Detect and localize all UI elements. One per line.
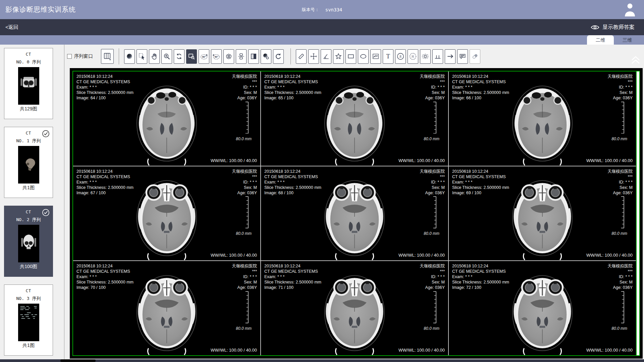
zoom-region-button[interactable] <box>186 49 197 64</box>
series-card-1[interactable]: CT NO. 1 序列 共1图 <box>4 127 53 198</box>
ct-image-panel-1[interactable]: 20150618 10:12:24 CT GE MEDICAL SYSTEMS … <box>261 71 448 166</box>
ct-image-panel-4[interactable]: 20150618 10:12:24 CT GE MEDICAL SYSTEMS … <box>261 166 448 261</box>
ct-image-panel-3[interactable]: 20150618 10:12:24 CT GE MEDICAL SYSTEMS … <box>73 166 260 261</box>
tab-2d[interactable]: 二维 <box>587 35 614 45</box>
layout-button[interactable] <box>101 49 114 64</box>
scale-ruler <box>620 102 625 134</box>
series-modality: CT <box>4 52 53 57</box>
zoom-in-button[interactable] <box>161 49 172 64</box>
scale-label: 80.0 mm <box>236 231 252 236</box>
pan-button[interactable] <box>149 49 160 64</box>
series-image-count: 共1图 <box>4 185 53 191</box>
text-button[interactable]: T <box>383 49 393 64</box>
scale-label: 80.0 mm <box>424 137 439 141</box>
ct-image-panel-2[interactable]: 20150618 10:12:24 CT GE MEDICAL SYSTEMS … <box>449 71 636 166</box>
series-card-2[interactable]: CT NO. 2 序列 共100图 <box>4 206 53 277</box>
overlay-age: Age: 036Y <box>420 190 445 196</box>
eraser-button[interactable] <box>470 49 480 64</box>
overlay-hospital: 天堰模拟医院 <box>420 263 445 269</box>
bottom-bar <box>0 359 644 362</box>
cross-ruler-button[interactable] <box>308 49 319 64</box>
overlay-patient-info: 天堰模拟医院 *** ID: * * * Sex: M Age: 036Y <box>420 263 445 290</box>
overlay-sex: Sex: M <box>420 90 445 95</box>
ruler-button[interactable] <box>296 49 307 64</box>
toolbar: 序列窗口 90°90°T主次 <box>64 45 644 68</box>
reset-button[interactable] <box>273 49 284 64</box>
overlay-id: ID: * * * <box>420 179 445 185</box>
series-window-option: 序列窗口 <box>67 53 93 59</box>
overlay-device: CT GE MEDICAL SYSTEMS <box>452 79 509 85</box>
horizontal-scrollbar-thumb[interactable] <box>60 359 96 362</box>
arrow-icon <box>446 52 454 60</box>
series-card-0[interactable]: CT NO. 0 序列 共129图 <box>4 48 53 119</box>
rotate-left-90-button[interactable]: 90° <box>199 49 209 64</box>
pseudo-color-button[interactable] <box>261 49 271 64</box>
collapse-toolbar-icon[interactable] <box>631 55 641 66</box>
overlay-datetime: 20150618 10:12:24 <box>264 74 321 79</box>
overlay-slice-thickness: Slice Thickness: 2.500000 mm <box>76 185 133 190</box>
ct-image-panel-8[interactable]: 20150618 10:12:24 CT GE MEDICAL SYSTEMS … <box>449 261 636 355</box>
series-title: NO. 1 序列 <box>4 138 53 144</box>
ct-image-panel-7[interactable]: 20150618 10:12:24 CT GE MEDICAL SYSTEMS … <box>261 261 448 355</box>
curve-button[interactable] <box>370 49 381 64</box>
select-button[interactable] <box>137 49 147 64</box>
rectangle-button[interactable] <box>345 49 356 64</box>
series-title: NO. 2 序列 <box>4 217 53 223</box>
series-card-3[interactable]: CT NO. 3 序列 共1图 <box>4 285 53 356</box>
ct-image-panel-6[interactable]: 20150618 10:12:24 CT GE MEDICAL SYSTEMS … <box>73 261 260 355</box>
svg-text:90°: 90° <box>214 55 218 58</box>
ellipse-button[interactable] <box>358 49 369 64</box>
polygon-button[interactable] <box>333 49 344 64</box>
tab-3d[interactable]: 三维 <box>614 35 641 45</box>
ct-image-panel-5[interactable]: 20150618 10:12:24 CT GE MEDICAL SYSTEMS … <box>449 166 636 261</box>
version-label: 版本号： <box>302 7 319 13</box>
overlay-study-info: 20150618 10:12:24 CT GE MEDICAL SYSTEMS … <box>452 74 509 101</box>
comment-button[interactable] <box>457 49 468 64</box>
angle-button[interactable] <box>321 49 331 64</box>
cross-ruler-icon <box>310 52 317 60</box>
flip-horizontal-button[interactable] <box>223 49 234 64</box>
cine-button[interactable] <box>174 49 184 64</box>
vertical-scrollbar[interactable] <box>636 71 639 355</box>
show-teacher-answer-button[interactable]: 显示教师答案 <box>591 24 635 31</box>
overlay-id: ID: * * * <box>607 179 633 185</box>
polygon-icon <box>335 52 342 60</box>
overlay-exam: Exam: * * * <box>76 85 133 90</box>
window-level-readout: WW/WL: 100.00 / 40.00 <box>398 253 445 258</box>
overlay-datetime: 20150618 10:12:24 <box>264 169 321 174</box>
back-button[interactable]: <返回 <box>5 24 18 31</box>
overlay-study-info: 20150618 10:12:24 CT GE MEDICAL SYSTEMS … <box>76 263 133 290</box>
select-icon <box>138 52 146 60</box>
toolbar-button-groups: 90°90°T主次 <box>114 48 482 64</box>
rotate-right-90-button[interactable]: 90° <box>211 49 222 64</box>
overlay-study-info: 20150618 10:12:24 CT GE MEDICAL SYSTEMS … <box>452 169 509 196</box>
overlay-patient-info: 天堰模拟医院 *** ID: * * * Sex: M Age: 036Y <box>420 74 445 101</box>
overlay-slice-thickness: Slice Thickness: 2.500000 mm <box>76 279 133 285</box>
overlay-device: CT GE MEDICAL SYSTEMS <box>452 174 509 179</box>
comment-icon <box>459 52 466 60</box>
calibration-button[interactable] <box>432 49 443 64</box>
cine-icon <box>175 52 183 60</box>
arrow-button[interactable] <box>445 49 455 64</box>
main-label-button[interactable]: 主 <box>395 49 406 64</box>
main-area: CT NO. 0 序列 共129图 CT NO. 1 序列 共1图 CT NO.… <box>0 45 644 359</box>
ct-image-panel-0[interactable]: 20150618 10:12:24 CT GE MEDICAL SYSTEMS … <box>73 71 260 166</box>
invert-button[interactable] <box>248 49 259 64</box>
flip-vertical-button[interactable] <box>236 49 247 64</box>
viewer-container: 20150618 10:12:24 CT GE MEDICAL SYSTEMS … <box>70 68 643 359</box>
window-level-readout: WW/WL: 100.00 / 40.00 <box>211 348 257 353</box>
overlay-patient-info: 天堰模拟医院 *** ID: * * * Sex: M Age: 036Y <box>607 169 633 196</box>
secondary-label-button[interactable]: 次 <box>408 49 418 64</box>
nav-bar: <返回 显示教师答案 <box>0 19 644 35</box>
series-window-checkbox[interactable] <box>67 54 72 59</box>
user-icon[interactable] <box>624 3 636 16</box>
overlay-hospital: 天堰模拟医院 <box>232 263 257 269</box>
ellipse-icon <box>360 52 367 60</box>
invert-icon <box>250 52 257 60</box>
window-level-readout: WW/WL: 100.00 / 40.00 <box>586 348 633 353</box>
window-level-button[interactable] <box>124 49 135 64</box>
overlay-id: ID: * * * <box>607 274 633 279</box>
roi-button[interactable] <box>420 49 431 64</box>
eye-icon <box>591 24 599 30</box>
overlay-study-info: 20150618 10:12:24 CT GE MEDICAL SYSTEMS … <box>452 263 509 290</box>
